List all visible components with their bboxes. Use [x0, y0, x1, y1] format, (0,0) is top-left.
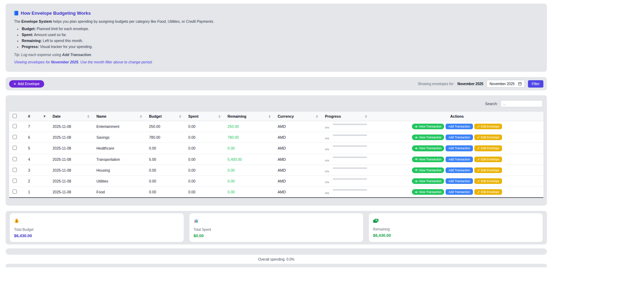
- edit-envelope-button[interactable]: Edit Envelope: [474, 167, 502, 173]
- sort-icon: [43, 116, 46, 117]
- row-checkbox[interactable]: [13, 135, 17, 139]
- search-row: Search:: [9, 100, 543, 107]
- edit-envelope-button[interactable]: Edit Envelope: [474, 157, 502, 162]
- info-panel: How Envelope Budgeting Works The Envelop…: [6, 4, 547, 72]
- view-transaction-button[interactable]: View Transaction: [412, 189, 445, 195]
- select-all-checkbox[interactable]: [13, 114, 17, 118]
- row-budget: 0.00: [145, 165, 185, 175]
- row-remaining: 0.00: [224, 165, 274, 175]
- row-currency: AMD: [274, 132, 321, 143]
- progress-bar: 0%: [325, 124, 367, 129]
- row-budget: 5.00: [145, 154, 185, 165]
- toolbar: + Add Envelope Showing envelopes for: No…: [6, 77, 547, 90]
- progress-label: 0%: [325, 181, 329, 184]
- edit-envelope-button[interactable]: Edit Envelope: [474, 135, 502, 140]
- pencil-icon: [477, 136, 480, 139]
- table-row: 2 2025-11-08 Utilities 0.00 0.00 0.00 AM…: [9, 175, 543, 186]
- overall-spending-label: Overall spending: 0.0%: [0, 257, 553, 261]
- row-progress-cell: 0%: [321, 187, 371, 198]
- row-date: 2025-11-08: [49, 187, 93, 198]
- row-checkbox[interactable]: [13, 124, 17, 128]
- header-currency[interactable]: Currency: [274, 112, 321, 121]
- row-progress-cell: 0%: [321, 132, 371, 143]
- row-spent: 0.00: [185, 154, 224, 165]
- row-actions-cell: View Transaction Add Transaction Edit En…: [371, 154, 543, 165]
- card-value: $0.00: [194, 234, 359, 238]
- month-filter-input[interactable]: November 2025: [487, 80, 525, 88]
- table-row: 7 2025-11-08 Entertainment 250.00 0.00 2…: [9, 121, 543, 132]
- sort-icon: [218, 115, 221, 118]
- row-checkbox[interactable]: [13, 179, 17, 183]
- info-title: How Envelope Budgeting Works: [14, 11, 538, 16]
- money-bag-icon: $: [14, 218, 19, 223]
- bullet-budget: Budget: Planned limit for each envelope.: [22, 27, 538, 31]
- header-budget[interactable]: Budget: [145, 112, 185, 121]
- row-name: Housing: [93, 165, 145, 175]
- add-transaction-button[interactable]: Add Transaction: [446, 145, 473, 151]
- row-progress-cell: 0%: [321, 165, 371, 175]
- edit-envelope-button[interactable]: Edit Envelope: [474, 189, 502, 195]
- view-transaction-button[interactable]: View Transaction: [412, 167, 445, 173]
- view-transaction-button[interactable]: View Transaction: [412, 145, 445, 151]
- bar-chart-icon: [194, 218, 199, 223]
- row-date: 2025-11-08: [49, 121, 93, 132]
- view-transaction-button[interactable]: View Transaction: [412, 157, 445, 162]
- row-name: Transportation: [93, 154, 145, 165]
- info-bullets: Budget: Planned limit for each envelope.…: [22, 27, 538, 49]
- header-actions: Actions: [371, 112, 543, 121]
- row-actions-cell: View Transaction Add Transaction Edit En…: [371, 175, 543, 186]
- pencil-icon: [477, 191, 480, 193]
- row-num: 7: [25, 121, 49, 132]
- info-intro: The Envelope System helps you plan spend…: [14, 19, 538, 23]
- row-checkbox[interactable]: [13, 146, 17, 150]
- sort-icon: [179, 115, 181, 118]
- row-budget: 0.00: [145, 175, 185, 186]
- row-checkbox[interactable]: [13, 168, 17, 172]
- sort-icon: [140, 115, 142, 118]
- header-date[interactable]: Date: [49, 112, 93, 121]
- edit-envelope-button[interactable]: Edit Envelope: [474, 145, 502, 151]
- view-transaction-button[interactable]: View Transaction: [412, 178, 445, 184]
- card-label: Remaining: [373, 227, 538, 231]
- add-transaction-button[interactable]: Add Transaction: [446, 167, 473, 173]
- row-remaining: 0.00: [224, 143, 274, 154]
- header-spent[interactable]: Spent: [185, 112, 224, 121]
- add-envelope-button[interactable]: + Add Envelope: [9, 80, 44, 88]
- banknote-icon: [373, 219, 379, 223]
- header-name[interactable]: Name: [93, 112, 145, 121]
- add-transaction-button[interactable]: Add Transaction: [446, 178, 473, 184]
- row-select-cell: [9, 132, 25, 143]
- card-label: Total Spent: [194, 228, 359, 232]
- add-transaction-button[interactable]: Add Transaction: [446, 135, 473, 140]
- add-transaction-button[interactable]: Add Transaction: [446, 124, 473, 129]
- edit-envelope-button[interactable]: Edit Envelope: [474, 178, 502, 184]
- tip-line: Tip: Log each expense using Add Transact…: [14, 53, 538, 57]
- row-checkbox[interactable]: [13, 157, 17, 161]
- view-transaction-button[interactable]: View Transaction: [412, 135, 445, 140]
- row-currency: AMD: [274, 154, 321, 165]
- row-select-cell: [9, 165, 25, 175]
- eye-icon: [415, 158, 418, 161]
- row-spent: 0.00: [185, 175, 224, 186]
- add-transaction-button[interactable]: Add Transaction: [446, 157, 473, 162]
- header-progress[interactable]: Progress: [321, 112, 371, 121]
- overall-progress-bar: [6, 248, 547, 255]
- pencil-icon: [477, 180, 480, 183]
- view-transaction-button[interactable]: View Transaction: [412, 124, 445, 129]
- header-num[interactable]: #: [25, 112, 49, 121]
- add-transaction-button[interactable]: Add Transaction: [446, 189, 473, 195]
- total-budget-card: $ Total Budget $6,430.00: [10, 213, 184, 242]
- row-spent: 0.00: [185, 121, 224, 132]
- progress-bar: 0%: [325, 189, 367, 195]
- header-remaining[interactable]: Remaining: [224, 112, 274, 121]
- footer-bar: [6, 264, 547, 267]
- row-checkbox[interactable]: [13, 190, 17, 194]
- remaining-card: Remaining $6,430.00: [369, 213, 543, 242]
- edit-envelope-button[interactable]: Edit Envelope: [474, 124, 502, 129]
- search-input[interactable]: [501, 100, 543, 107]
- table-row: 6 2025-11-08 Savings 780.00 0.00 780.00 …: [9, 132, 543, 143]
- filter-button[interactable]: Filter: [528, 80, 543, 88]
- progress-bar: 0%: [325, 178, 367, 184]
- progress-label: 0%: [325, 170, 329, 173]
- select-all-header: [9, 112, 25, 121]
